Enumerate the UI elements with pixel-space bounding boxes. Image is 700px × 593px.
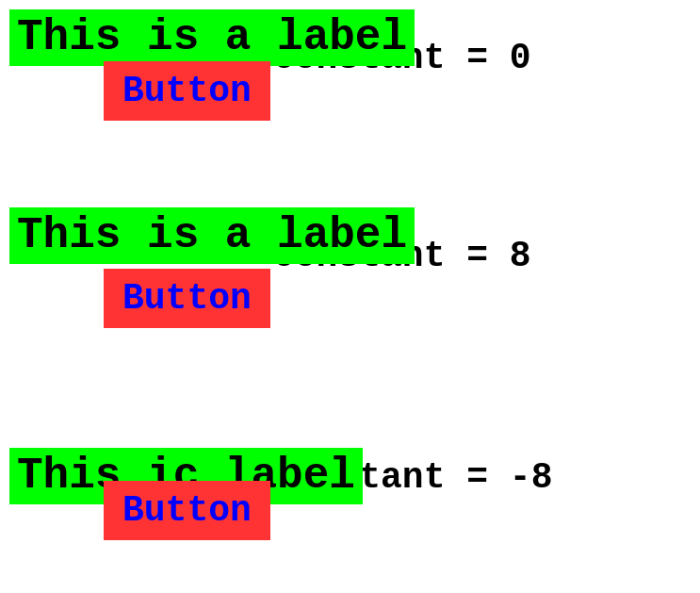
label-2: This is a label	[9, 207, 415, 264]
main-container: This is a label Button constant = 0 This…	[0, 0, 700, 593]
button-1[interactable]: Button	[104, 61, 270, 121]
widget-row-1: This is a label Button constant = 0	[9, 9, 531, 160]
label-1: This is a label	[9, 9, 415, 66]
button-2[interactable]: Button	[104, 269, 270, 328]
widget-row-2: This is a label Button constant = 8	[9, 207, 531, 372]
widget-stack-2: This is a label Button	[9, 207, 254, 372]
button-3[interactable]: Button	[104, 481, 270, 540]
widget-stack-1: This is a label Button	[9, 9, 254, 160]
widget-stack-3: This ic label Button	[9, 429, 254, 580]
widget-row-3: This ic label Button constant = -8	[9, 429, 552, 580]
